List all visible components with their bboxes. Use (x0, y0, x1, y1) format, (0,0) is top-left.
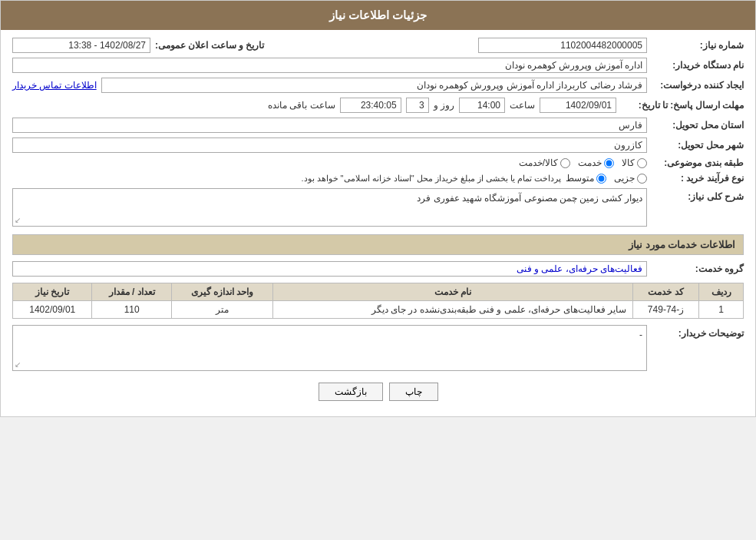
cell-name: سایر فعالیت‌های حرفه‌ای، علمی و فنی طبقه… (273, 301, 633, 319)
remaining-label: ساعت باقی مانده (268, 100, 335, 111)
col-header-row: ردیف (699, 283, 744, 301)
category-radio-group: کالا خدمت کالا/خدمت (519, 157, 647, 168)
deadline-time-value: 14:00 (459, 98, 505, 113)
cell-quantity: 110 (92, 301, 171, 319)
purchase-type-label: نوع فرآیند خرید : (652, 173, 744, 184)
col-header-quantity: تعداد / مقدار (92, 283, 171, 301)
need-description-value: دیوار کشی زمین چمن مصنوعی آموزشگاه شهید … (12, 188, 647, 227)
purchase-type-jozi[interactable]: جزیی (614, 173, 647, 184)
category-label: طبقه بندی موضوعی: (652, 157, 744, 168)
services-section-title: اطلاعات خدمات مورد نیاز (12, 234, 744, 255)
category-khedmat[interactable]: خدمت (578, 157, 614, 168)
cell-unit: متر (171, 301, 272, 319)
days-value: 3 (406, 98, 429, 113)
services-table-section: ردیف کد خدمت نام خدمت واحد اندازه گیری ت… (12, 283, 744, 319)
province-label: استان محل تحویل: (652, 120, 744, 131)
deadline-label: مهلت ارسال پاسخ: تا تاریخ: (621, 100, 744, 111)
back-button[interactable]: بازگشت (319, 383, 383, 401)
page-title: جزئیات اطلاعات نیاز (1, 1, 755, 30)
cell-date: 1402/09/01 (13, 301, 92, 319)
province-value: فارس (12, 118, 647, 133)
city-label: شهر محل تحویل: (652, 140, 744, 151)
days-label: روز و (434, 100, 454, 111)
cell-row: 1 (699, 301, 744, 319)
cell-code: ز-74-749 (632, 301, 698, 319)
buyer-org-label: نام دستگاه خریدار: (652, 60, 744, 71)
col-header-date: تاریخ نیاز (13, 283, 92, 301)
service-group-value: فعالیت‌های حرفه‌ای، علمی و فنی (12, 261, 647, 277)
buyer-notes-label: توضیحات خریدار: (652, 325, 744, 339)
need-number-value: 1102004482000005 (478, 38, 647, 53)
deadline-date-value: 1402/09/01 (540, 98, 616, 113)
services-table: ردیف کد خدمت نام خدمت واحد اندازه گیری ت… (12, 283, 744, 319)
city-value: کازرون (12, 137, 647, 153)
requester-value: فرشاد رضائی کاربرداز اداره آموزش وپرورش … (101, 78, 647, 93)
col-header-unit: واحد اندازه گیری (171, 283, 272, 301)
print-button[interactable]: چاپ (389, 383, 438, 401)
col-header-code: کد خدمت (632, 283, 698, 301)
requester-label: ایجاد کننده درخواست: (652, 80, 744, 91)
need-number-label: شماره نیاز: (652, 40, 744, 51)
remaining-value: 23:40:05 (340, 98, 401, 113)
category-kala[interactable]: کالا (622, 157, 647, 168)
buyer-notes-value: - (12, 325, 647, 371)
button-row: چاپ بازگشت (12, 383, 744, 401)
need-description-label: شرح کلی نیاز: (652, 188, 744, 202)
deadline-time-label: ساعت (510, 100, 535, 111)
category-kala-khedmat[interactable]: کالا/خدمت (519, 157, 570, 168)
col-header-name: نام خدمت (273, 283, 633, 301)
purchase-type-note: پرداخت تمام یا بخشی از مبلغ خریداز محل "… (301, 174, 561, 184)
service-group-label: گروه خدمت: (652, 263, 744, 274)
purchase-type-radio-group: جزیی متوسط (566, 173, 647, 184)
announce-datetime-value: 1402/08/27 - 13:38 (12, 38, 150, 53)
buyer-org-value: اداره آموزش وپرورش کوهمره نودان (12, 58, 647, 73)
contact-link[interactable]: اطلاعات تماس خریدار (12, 80, 97, 91)
announce-datetime-label: تاریخ و ساعت اعلان عمومی: (155, 40, 264, 51)
purchase-type-motevaset[interactable]: متوسط (566, 173, 606, 184)
table-row: 1 ز-74-749 سایر فعالیت‌های حرفه‌ای، علمی… (13, 301, 744, 319)
